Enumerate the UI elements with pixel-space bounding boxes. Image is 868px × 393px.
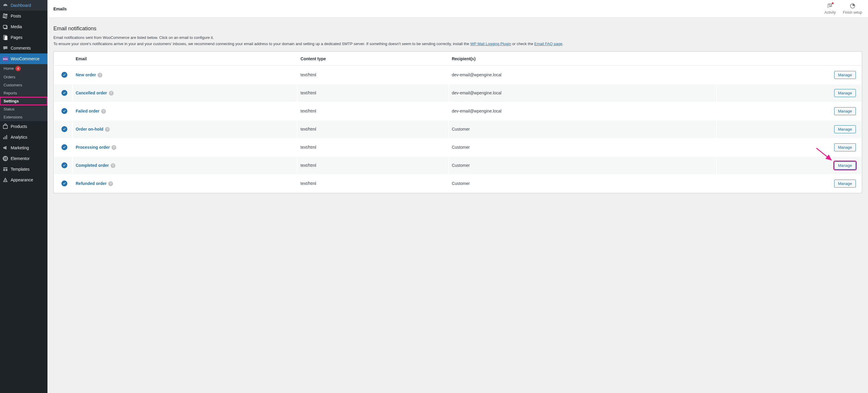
sidebar-item-label: WooCommerce <box>11 56 39 61</box>
help-icon[interactable]: ? <box>112 145 116 150</box>
finish-setup-label: Finish setup <box>843 10 862 14</box>
sidebar-item-products[interactable]: Products <box>0 121 48 132</box>
wp-mail-logging-link[interactable]: WP Mail Logging Plugin <box>470 41 511 46</box>
sidebar-item-posts[interactable]: Posts <box>0 11 48 21</box>
sidebar-submenu: Home4OrdersCustomersReportsSettingsStatu… <box>0 64 48 121</box>
email-name-cell: Processing order? <box>73 139 297 156</box>
pages-icon <box>2 34 8 40</box>
sidebar-item-marketing[interactable]: Marketing <box>0 143 48 153</box>
status-cell <box>54 175 72 192</box>
email-name-link[interactable]: Completed order <box>75 163 109 168</box>
dashboard-icon <box>2 2 8 8</box>
sidebar-item-woocommerce[interactable]: wooWooCommerce <box>0 54 48 64</box>
email-name-link[interactable]: Cancelled order <box>75 91 107 95</box>
media-icon <box>2 24 8 30</box>
posts-icon <box>2 13 8 19</box>
col-content-type: Content type <box>298 52 448 66</box>
email-name-link[interactable]: Processing order <box>75 145 110 150</box>
sidebar-item-label: Elementor <box>11 156 30 161</box>
content-type-cell: text/html <box>298 121 448 138</box>
setup-icon <box>849 3 856 10</box>
admin-sidebar: DashboardPostsMediaPagesCommentswooWooCo… <box>0 0 48 199</box>
manage-button[interactable]: Manage <box>834 180 856 188</box>
sidebar-item-label: Analytics <box>11 135 27 140</box>
submenu-item-customers[interactable]: Customers <box>0 81 48 89</box>
svg-rect-8 <box>6 135 7 139</box>
sidebar-item-comments[interactable]: Comments <box>0 43 48 54</box>
manage-button[interactable]: Manage <box>834 143 856 151</box>
submenu-item-status[interactable]: Status <box>0 105 48 113</box>
sidebar-item-elementor[interactable]: Elementor <box>0 153 48 164</box>
table-header-row: Email Content type Recipient(s) <box>54 52 861 66</box>
comments-icon <box>2 45 8 51</box>
manage-button[interactable]: Manage <box>834 125 856 133</box>
help-icon[interactable]: ? <box>105 127 110 132</box>
email-name-link[interactable]: Failed order <box>75 109 99 113</box>
sidebar-item-dashboard[interactable]: Dashboard <box>0 0 48 11</box>
badge: 4 <box>16 66 21 71</box>
status-cell <box>54 157 72 174</box>
manage-button[interactable]: Manage <box>834 161 856 170</box>
sidebar-item-label: Products <box>11 124 27 129</box>
content-type-cell: text/html <box>298 139 448 156</box>
sidebar-item-appearance[interactable]: Appearance <box>0 175 48 185</box>
help-icon[interactable]: ? <box>109 91 114 96</box>
marketing-icon <box>2 145 8 151</box>
svg-rect-11 <box>5 157 7 158</box>
sidebar-item-templates[interactable]: Templates <box>0 164 48 175</box>
svg-rect-4 <box>4 36 7 40</box>
page-title: Emails <box>53 6 67 11</box>
enabled-check-icon <box>61 162 67 168</box>
help-icon[interactable]: ? <box>101 109 106 114</box>
svg-rect-16 <box>6 169 7 171</box>
desc-line-2b: or check the <box>511 41 534 46</box>
enabled-check-icon <box>61 144 67 150</box>
actions-cell: Manage <box>717 139 861 156</box>
manage-button[interactable]: Manage <box>834 71 856 79</box>
submenu-item-home[interactable]: Home4 <box>0 64 48 73</box>
submenu-item-settings[interactable]: Settings <box>0 97 48 105</box>
email-name-link[interactable]: Refunded order <box>75 181 106 186</box>
activity-icon <box>827 3 833 10</box>
sidebar-item-label: Comments <box>11 46 31 51</box>
sidebar-item-label: Media <box>11 24 22 29</box>
submenu-item-orders[interactable]: Orders <box>0 73 48 81</box>
help-icon[interactable]: ? <box>98 73 102 78</box>
analytics-icon <box>2 134 8 140</box>
manage-button[interactable]: Manage <box>834 89 856 97</box>
sidebar-item-analytics[interactable]: Analytics <box>0 132 48 143</box>
table-row: Order on-hold?text/htmlCustomerManage <box>54 121 861 138</box>
table-row: Completed order?text/htmlCustomerManage <box>54 157 861 174</box>
status-cell <box>54 84 72 102</box>
enabled-check-icon <box>61 180 67 186</box>
recipients-cell: Customer <box>449 139 716 156</box>
help-icon[interactable]: ? <box>111 163 115 168</box>
enabled-check-icon <box>61 90 67 96</box>
content-area: Email notifications Email notifications … <box>48 18 868 199</box>
sidebar-item-pages[interactable]: Pages <box>0 32 48 43</box>
email-name-link[interactable]: New order <box>75 72 96 77</box>
email-name-link[interactable]: Order on-hold <box>75 127 103 131</box>
svg-rect-13 <box>5 159 7 160</box>
status-cell <box>54 139 72 156</box>
templates-icon <box>2 166 8 172</box>
actions-cell: Manage <box>717 175 861 192</box>
activity-button[interactable]: Activity <box>825 3 836 14</box>
actions-cell: Manage <box>717 157 861 174</box>
submenu-item-reports[interactable]: Reports <box>0 89 48 97</box>
manage-button[interactable]: Manage <box>834 107 856 115</box>
sidebar-item-media[interactable]: Media <box>0 21 48 32</box>
content-type-cell: text/html <box>298 84 448 102</box>
help-icon[interactable]: ? <box>108 181 113 186</box>
submenu-item-extensions[interactable]: Extensions <box>0 113 48 121</box>
table-row: New order?text/htmldev-email@wpengine.lo… <box>54 66 861 84</box>
finish-setup-button[interactable]: Finish setup <box>843 3 862 14</box>
topbar: Emails Activity Finish setup <box>48 0 868 18</box>
elementor-icon <box>2 155 8 161</box>
activity-label: Activity <box>825 10 836 14</box>
email-faq-link[interactable]: Email FAQ page <box>534 41 562 46</box>
content-type-cell: text/html <box>298 66 448 84</box>
svg-rect-12 <box>5 158 7 159</box>
enabled-check-icon <box>61 126 67 132</box>
sidebar-item-label: Marketing <box>11 146 29 150</box>
